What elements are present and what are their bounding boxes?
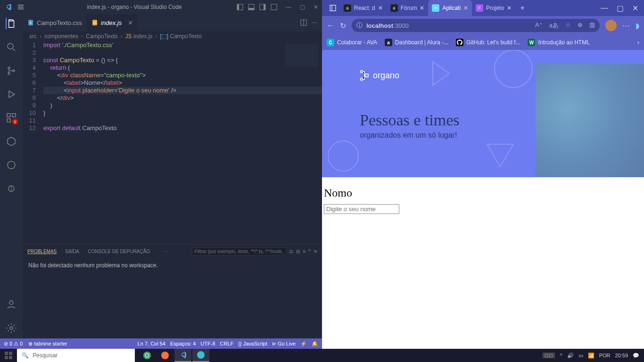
code-line[interactable]: </div>: [43, 94, 322, 102]
code-line[interactable]: import './CampoTexto.css': [43, 41, 322, 49]
bing-chat-icon[interactable]: ◗: [636, 21, 639, 30]
code-line[interactable]: export default CampoTexto: [43, 124, 322, 132]
close-tab-icon[interactable]: ✕: [507, 5, 512, 11]
reader-icon[interactable]: A⁺: [535, 21, 543, 30]
language-icon[interactable]: POR: [599, 353, 611, 358]
code-line[interactable]: [43, 49, 322, 57]
new-tab-button[interactable]: +: [515, 0, 529, 16]
minimize-button[interactable]: —: [601, 4, 608, 12]
account-icon[interactable]: [6, 299, 17, 310]
status-item[interactable]: UTF-8: [200, 341, 215, 346]
clear-icon[interactable]: ⊟: [296, 249, 300, 254]
breadcrumb-item[interactable]: JS index.js: [125, 33, 152, 40]
breadcrumbs[interactable]: src›componentes›CampoTexto›JS index.js›[…: [23, 31, 322, 41]
status-item[interactable]: Ln 7, Col 54: [138, 341, 165, 346]
start-button[interactable]: [0, 352, 17, 359]
breadcrumb-item[interactable]: CampoTexto: [86, 33, 117, 40]
status-item[interactable]: ⚡: [300, 341, 307, 347]
search-icon[interactable]: [6, 41, 17, 53]
status-item[interactable]: {} JavaScript: [238, 341, 267, 346]
name-input[interactable]: [324, 204, 399, 214]
clock[interactable]: 20:59: [615, 353, 628, 358]
status-item[interactable]: 🔔: [312, 341, 318, 347]
explorer-icon[interactable]: [6, 18, 17, 29]
hexagon-icon[interactable]: [6, 136, 17, 147]
run-debug-icon[interactable]: [6, 89, 17, 100]
code-line[interactable]: }: [43, 109, 322, 117]
wifi-icon[interactable]: 📶: [588, 353, 594, 359]
editor-tab[interactable]: #CampoTexto.css: [23, 14, 87, 31]
code-line[interactable]: return (: [43, 64, 322, 72]
panel-left-icon[interactable]: [237, 4, 243, 10]
menu-icon[interactable]: ⋯: [622, 21, 630, 30]
bookmark-item[interactable]: CColaborar - AVA: [327, 39, 377, 46]
tray-up-icon[interactable]: ^: [560, 353, 562, 358]
status-item[interactable]: CRLF: [220, 341, 234, 346]
browser-tab[interactable]: aReact: d✕: [340, 0, 387, 16]
collections-icon[interactable]: ▥: [589, 21, 595, 30]
panel-tab[interactable]: PROBLEMAS: [27, 249, 57, 254]
more-icon[interactable]: ⋯: [312, 19, 317, 26]
browser-tab[interactable]: aFórum✕: [387, 0, 429, 16]
panel-bottom-icon[interactable]: [248, 4, 255, 10]
taskbar-search[interactable]: 🔍 Pesquisar: [17, 349, 135, 362]
chrome-app-icon[interactable]: [139, 349, 156, 362]
status-item[interactable]: ⊳ Go Live: [272, 341, 296, 347]
bookmarks-overflow-icon[interactable]: ›: [637, 39, 639, 46]
volume-icon[interactable]: 🔊: [567, 353, 574, 359]
code-line[interactable]: <label>Nome</label>: [43, 79, 322, 87]
source-control-icon[interactable]: [6, 65, 17, 76]
panel-tab[interactable]: SAÍDA: [65, 249, 79, 254]
filter-icon[interactable]: ⚖: [289, 249, 293, 254]
settings-icon[interactable]: [6, 322, 17, 334]
edge-app-icon[interactable]: [192, 349, 209, 362]
close-panel-icon[interactable]: ✕: [314, 249, 317, 254]
minimize-button[interactable]: —: [286, 4, 291, 10]
status-item[interactable]: ⊕ tabnine starter: [28, 341, 67, 347]
collapse-icon[interactable]: ≡: [303, 249, 305, 254]
tab-actions-icon[interactable]: [326, 0, 340, 16]
notifications-icon[interactable]: 💬: [633, 353, 639, 359]
status-item[interactable]: ⊘ 0 ⚠ 0: [4, 341, 23, 347]
breadcrumb-item[interactable]: [⬚] CampoTexto: [160, 33, 201, 40]
bookmark-item[interactable]: GitHub: Let's build f...: [456, 39, 520, 46]
close-button[interactable]: ✕: [632, 4, 638, 13]
favorite-icon[interactable]: ☆: [565, 21, 571, 30]
battery-icon[interactable]: ▭: [578, 353, 583, 359]
edge-icon[interactable]: [6, 159, 17, 171]
close-button[interactable]: ✕: [314, 4, 318, 10]
bookmark-item[interactable]: WIntrodução ao HTML: [528, 39, 589, 46]
maximize-button[interactable]: ▢: [617, 4, 624, 13]
layout-icon[interactable]: [271, 4, 277, 10]
gamebar-icon[interactable]: ▢▢: [543, 353, 555, 358]
code-line[interactable]: <input placeholder='Digite o seu nome' /…: [43, 87, 322, 94]
maximize-panel-icon[interactable]: ^: [308, 249, 311, 254]
close-tab-icon[interactable]: ✕: [378, 5, 383, 11]
browser-tab[interactable]: ⚛Aplicati✕: [428, 0, 472, 16]
breadcrumb-item[interactable]: componentes: [44, 33, 78, 40]
extensions-icon[interactable]: 2: [6, 112, 17, 123]
vscode-app-icon[interactable]: [174, 349, 191, 362]
editor-tab[interactable]: JSindex.js✕: [87, 14, 137, 31]
menu-icon[interactable]: [17, 3, 25, 11]
info-icon[interactable]: ⓘ: [356, 21, 363, 30]
filter-input[interactable]: [192, 247, 286, 255]
refresh-button[interactable]: ↻: [340, 21, 346, 30]
status-item[interactable]: Espaços: 4: [170, 341, 196, 346]
minimap[interactable]: [285, 43, 318, 67]
panel-right-icon[interactable]: [259, 4, 266, 10]
firefox-app-icon[interactable]: [157, 349, 173, 362]
breadcrumb-item[interactable]: src: [29, 33, 37, 40]
more-icon[interactable]: ⋯: [163, 249, 168, 254]
close-tab-icon[interactable]: ✕: [127, 19, 132, 26]
favorites-bar-icon[interactable]: ⊕: [578, 21, 583, 30]
live-icon[interactable]: [6, 183, 17, 194]
code-line[interactable]: <div className="campo-texto">: [43, 72, 322, 79]
translate-icon[interactable]: aあ: [549, 21, 559, 30]
code-editor[interactable]: 123456789101112 import './CampoTexto.css…: [23, 41, 322, 244]
back-button[interactable]: ←: [327, 21, 334, 30]
close-tab-icon[interactable]: ✕: [463, 5, 468, 11]
browser-tab[interactable]: FProjeto✕: [472, 0, 515, 16]
code-line[interactable]: ): [43, 102, 322, 109]
profile-avatar[interactable]: [605, 20, 617, 31]
